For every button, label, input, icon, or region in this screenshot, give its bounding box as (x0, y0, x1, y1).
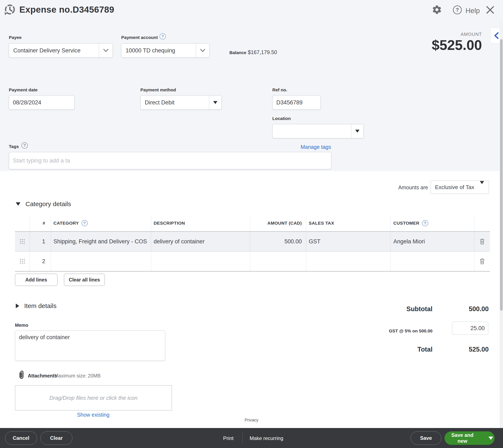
balance: Balance $167,179.50 (229, 49, 277, 55)
location-select[interactable] (272, 124, 364, 138)
table-row[interactable]: 2 (15, 251, 490, 272)
col-header-category: CATEGORY ? (51, 215, 151, 231)
col-header-customer: CUSTOMER ? (391, 215, 474, 231)
collapse-panel-icon (494, 32, 499, 39)
category-details-section-toggle[interactable]: Category details (16, 200, 71, 208)
amounts-are-label: Amounts are (377, 184, 428, 191)
payment-method-label: Payment method (140, 87, 176, 92)
payee-select[interactable]: Container Delivery Service (9, 43, 113, 58)
help-icon[interactable]: ? (453, 5, 462, 14)
ref-no-input[interactable] (272, 95, 321, 110)
trash-icon[interactable] (474, 232, 490, 251)
salestax-cell[interactable] (306, 252, 391, 271)
memo-label: Memo (15, 322, 28, 328)
gear-icon[interactable] (432, 5, 442, 16)
manage-tags-link[interactable]: Manage tags (280, 144, 331, 150)
dropdown-arrow-icon[interactable] (488, 437, 493, 440)
col-header-salestax: SALES TAX (306, 215, 391, 231)
tags-input[interactable] (9, 152, 331, 169)
customer-cell[interactable] (391, 252, 474, 271)
amounts-are-select[interactable]: Exclusive of Tax (431, 180, 489, 194)
drag-handle-icon[interactable] (15, 252, 30, 271)
show-existing-link[interactable]: Show existing (67, 412, 120, 418)
salestax-cell[interactable]: GST (306, 232, 391, 251)
cancel-button[interactable]: Cancel (5, 431, 37, 445)
page-title: Expense no.D3456789 (19, 5, 114, 15)
save-and-new-label: Save and new (446, 432, 479, 444)
dropdown-arrow-icon[interactable] (209, 96, 221, 110)
triangle-collapse-icon (16, 202, 20, 206)
total-label: Total (369, 346, 432, 353)
table-header-row: # CATEGORY ? DESCRIPTION AMOUNT (CAD) SA… (15, 215, 490, 231)
chevron-down-icon[interactable] (196, 44, 209, 57)
table-row[interactable]: 1 Shipping, Freight and Delivery - COS d… (15, 231, 490, 251)
col-header-amount: AMOUNT (CAD) (250, 215, 306, 231)
tax-label: GST @ 5% on 500.00 (348, 328, 432, 334)
payment-account-value: 10000 TD chequing (121, 47, 196, 54)
help-label[interactable]: Help (466, 7, 480, 15)
clear-all-lines-button[interactable]: Clear all lines (64, 274, 105, 286)
question-icon[interactable]: ? (422, 220, 428, 226)
make-recurring-button[interactable]: Make recurring (250, 435, 283, 441)
item-details-section-toggle[interactable]: Item details (16, 302, 56, 309)
description-cell[interactable]: delivery of container (151, 232, 250, 251)
total-value: 525.00 (447, 346, 489, 353)
close-icon[interactable] (485, 5, 495, 16)
print-button[interactable]: Print (217, 435, 240, 441)
category-details-title: Category details (25, 200, 71, 208)
question-icon[interactable]: ? (21, 142, 28, 149)
payee-value: Container Delivery Service (9, 47, 99, 54)
trash-icon[interactable] (474, 252, 490, 271)
balance-value: $167,179.50 (248, 49, 277, 55)
location-label: Location (272, 116, 291, 121)
ref-no-label: Ref no. (272, 87, 287, 92)
save-and-new-button[interactable]: Save and new (444, 431, 495, 445)
clear-button[interactable]: Clear (40, 431, 72, 445)
question-icon[interactable]: ? (159, 33, 166, 40)
amount-cell[interactable] (250, 252, 306, 271)
amount-label: AMOUNT (419, 32, 482, 37)
balance-label: Balance (229, 50, 246, 55)
attachments-label: Attachments (28, 373, 57, 379)
expense-form-header-section: Expense no.D3456789 ? Help AMOUNT $525.0… (0, 0, 503, 171)
subtotal-value: 500.00 (447, 305, 489, 313)
category-details-table: # CATEGORY ? DESCRIPTION AMOUNT (CAD) SA… (15, 215, 490, 272)
payment-account-select[interactable]: 10000 TD chequing (121, 43, 210, 58)
payment-date-input[interactable] (9, 95, 75, 110)
payment-method-value: Direct Debit (141, 99, 209, 106)
question-icon[interactable]: ? (81, 220, 88, 226)
payment-method-select[interactable]: Direct Debit (140, 95, 222, 110)
paperclip-icon (18, 370, 25, 381)
footer-bar: Cancel Clear Print Make recurring Save S… (0, 428, 503, 448)
description-cell[interactable] (151, 252, 250, 271)
save-button[interactable]: Save (411, 431, 441, 445)
payee-label: Payee (9, 35, 22, 40)
drag-handle-icon[interactable] (15, 232, 30, 251)
attachments-max-size: Maximum size: 20MB (54, 373, 101, 379)
amount-cell[interactable]: 500.00 (250, 232, 306, 251)
dropdown-arrow-icon[interactable] (351, 124, 363, 138)
amounts-are-value: Exclusive of Tax (431, 184, 480, 191)
row-number: 1 (30, 232, 51, 251)
tax-amount-input[interactable] (452, 322, 488, 335)
col-header-description: DESCRIPTION (151, 215, 250, 231)
add-lines-button[interactable]: Add lines (15, 274, 57, 286)
payment-date-label: Payment date (9, 87, 38, 92)
row-number: 2 (30, 252, 51, 271)
category-cell[interactable] (51, 252, 151, 271)
dropdown-arrow-icon (480, 184, 489, 191)
triangle-expand-icon (16, 304, 19, 308)
history-icon[interactable] (4, 3, 16, 16)
col-header-num: # (30, 215, 51, 231)
item-details-title: Item details (24, 302, 56, 309)
scrollbar-thumb[interactable] (500, 39, 503, 311)
payment-account-label: Payment account (121, 35, 158, 40)
customer-cell[interactable]: Angela Miori (391, 232, 474, 251)
category-cell[interactable]: Shipping, Freight and Delivery - COS (51, 232, 151, 251)
privacy-link[interactable]: Privacy (0, 418, 503, 423)
chevron-down-icon[interactable] (99, 44, 113, 57)
amount-value: $525.00 (377, 37, 482, 53)
attachments-dropzone[interactable]: Drag/Drop files here or click the icon (15, 385, 172, 411)
memo-textarea[interactable]: delivery of container (15, 331, 165, 361)
footer-divider (242, 432, 243, 444)
